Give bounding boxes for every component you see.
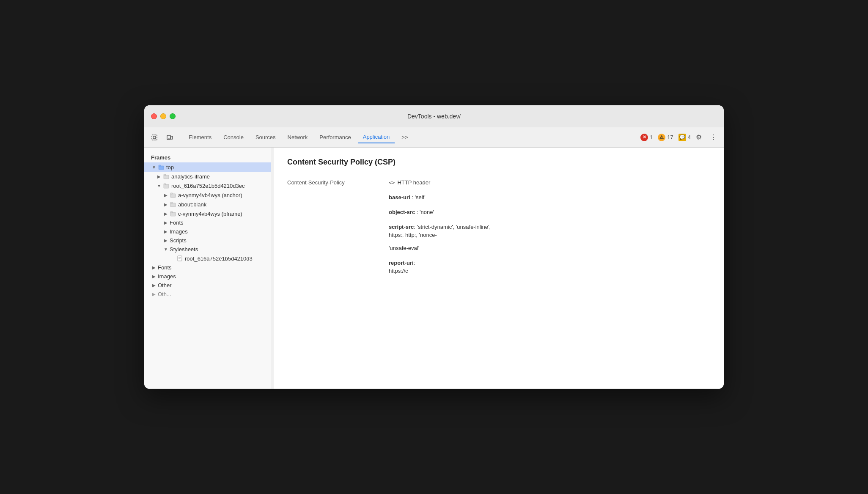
sidebar-item-root-frame[interactable]: root_616a752e1b5d4210d3ec: [144, 181, 271, 190]
tab-performance[interactable]: Performance: [314, 132, 356, 143]
sidebar-item-images-top[interactable]: Images: [144, 272, 271, 281]
sidebar-item-label-other-top: Other: [158, 282, 172, 288]
csp-key-script-src: script-src: [389, 224, 414, 230]
titlebar: DevTools - web.dev/: [144, 105, 724, 127]
sidebar-item-a-anchor[interactable]: a-vynmy4vb4wys (anchor): [144, 190, 271, 200]
csp-table: Content-Security-Policy <> HTTP header b…: [287, 177, 710, 277]
csp-val-base-uri: : 'self': [412, 194, 425, 200]
more-options-icon[interactable]: ⋮: [707, 132, 720, 143]
tree-arrow-analytics: [156, 173, 162, 179]
tree-arrow-about-blank: [163, 201, 169, 207]
csp-title: Content Security Policy (CSP): [287, 158, 710, 167]
folder-icon-a-anchor: [170, 192, 176, 198]
tree-arrow-other2-top: [151, 291, 157, 297]
sidebar-item-label-c-bframe: c-vynmy4vb4wys (bframe): [178, 211, 242, 217]
sidebar-item-label-top: top: [166, 164, 174, 170]
sidebar-item-analytics-iframe[interactable]: analytics-iframe: [144, 172, 271, 181]
sidebar-item-label-images-top: Images: [158, 273, 176, 280]
tree-arrow-scripts-child: [163, 238, 169, 244]
settings-icon[interactable]: ⚙: [692, 132, 705, 143]
info-icon: 💬: [678, 134, 686, 141]
inspect-element-button[interactable]: [148, 131, 161, 144]
sidebar-item-label-a-anchor: a-vynmy4vb4wys (anchor): [178, 192, 242, 198]
csp-row-report-uri: report-uri: https://c: [287, 257, 710, 277]
maximize-button[interactable]: [170, 113, 176, 119]
sidebar-item-label-fonts-top: Fonts: [158, 264, 172, 271]
close-button[interactable]: [151, 113, 157, 119]
csp-value-base-uri: base-uri : 'self': [389, 194, 710, 200]
sidebar-item-label-stylesheets-child: Stylesheets: [170, 246, 198, 252]
warning-badge: ⚠ 17: [658, 134, 673, 141]
svg-rect-1: [153, 136, 156, 139]
svg-rect-11: [170, 194, 176, 198]
tree-arrow-other-top: [151, 283, 157, 288]
tree-arrow-a-anchor: [163, 192, 169, 198]
right-panel: Content Security Policy (CSP) Content-Se…: [274, 148, 724, 389]
sidebar-item-c-bframe[interactable]: c-vynmy4vb4wys (bframe): [144, 209, 271, 218]
tab-more[interactable]: >>: [396, 132, 413, 143]
sidebar-item-images-child[interactable]: Images: [144, 227, 271, 236]
warning-icon: ⚠: [658, 134, 665, 141]
sidebar-item-top[interactable]: top: [144, 162, 271, 172]
folder-icon-root: [163, 182, 170, 189]
tree-arrow-images-child: [163, 229, 169, 235]
sidebar-item-label-analytics: analytics-iframe: [171, 173, 210, 180]
svg-rect-9: [164, 184, 169, 188]
csp-row-script-src: script-src: 'strict-dynamic', 'unsafe-in…: [287, 221, 710, 254]
sidebar-item-fonts-child[interactable]: Fonts: [144, 218, 271, 227]
sidebar-item-stylesheets-child[interactable]: Stylesheets: [144, 245, 271, 254]
sidebar-item-label-root: root_616a752e1b5d4210d3ec: [171, 183, 245, 189]
tab-console[interactable]: Console: [218, 132, 249, 143]
sidebar-item-label-other2-top: Oth...: [158, 291, 171, 297]
csp-value-object-src: object-src : 'none': [389, 209, 710, 215]
csp-val-script-src-cont: https:, http:, 'nonce-: [389, 232, 437, 238]
csp-val-unsafe-eval: 'unsafe-eval': [389, 245, 419, 251]
svg-rect-14: [170, 202, 173, 203]
csp-row-object-src: object-src : 'none': [287, 206, 710, 218]
tree-arrow-stylesheets-child: [163, 247, 169, 252]
svg-rect-15: [170, 212, 176, 216]
csp-label: Content-Security-Policy: [287, 179, 389, 186]
sidebar-item-label-scripts-child: Scripts: [170, 237, 187, 244]
sidebar-item-other-top[interactable]: Other: [144, 281, 271, 290]
sidebar-item-fonts-top[interactable]: Fonts: [144, 263, 271, 272]
window-title: DevTools - web.dev/: [407, 113, 461, 120]
error-badge: ✕ 1: [640, 134, 653, 141]
sidebar-item-scripts-child[interactable]: Scripts: [144, 236, 271, 245]
folder-icon-c-bframe: [170, 210, 176, 217]
info-badge: 💬 4: [678, 134, 691, 141]
main-content: Frames top analytics-iframe: [144, 148, 724, 389]
tree-arrow-c-bframe: [163, 211, 169, 217]
file-icon-stylesheet: [176, 255, 183, 262]
svg-rect-13: [170, 203, 176, 207]
info-count: 4: [688, 134, 691, 140]
svg-rect-16: [170, 211, 173, 213]
sidebar-item-stylesheet-file[interactable]: root_616a752e1b5d4210d3: [144, 254, 271, 263]
error-icon: ✕: [640, 134, 648, 141]
csp-header-row: Content-Security-Policy <> HTTP header: [287, 177, 710, 188]
tree-arrow-images-top: [151, 274, 157, 280]
folder-icon-top: [158, 164, 165, 170]
devtools-window: DevTools - web.dev/ Elements Console Sou…: [144, 105, 724, 389]
tab-sources[interactable]: Sources: [250, 132, 281, 143]
csp-value-report-uri: report-uri: https://c: [389, 260, 710, 274]
sidebar-item-label-about-blank: about:blank: [178, 201, 206, 208]
device-toggle-button[interactable]: [163, 131, 176, 144]
svg-rect-6: [159, 165, 161, 166]
sidebar: Frames top analytics-iframe: [144, 148, 271, 389]
svg-rect-17: [178, 256, 182, 261]
csp-header-value: <> HTTP header: [389, 179, 710, 186]
tab-elements[interactable]: Elements: [184, 132, 217, 143]
minimize-button[interactable]: [160, 113, 166, 119]
code-bracket-icon: <>: [389, 180, 395, 186]
tab-application[interactable]: Application: [358, 131, 395, 143]
svg-rect-8: [164, 174, 166, 176]
toolbar-divider-1: [180, 132, 180, 143]
csp-colon-report: :: [414, 260, 415, 266]
csp-key-report-uri: report-uri: [389, 260, 414, 266]
folder-icon-analytics: [163, 173, 170, 180]
sidebar-item-about-blank[interactable]: about:blank: [144, 200, 271, 209]
tab-network[interactable]: Network: [283, 132, 313, 143]
sidebar-item-other2-top[interactable]: Oth...: [144, 290, 271, 299]
error-count: 1: [650, 134, 653, 140]
